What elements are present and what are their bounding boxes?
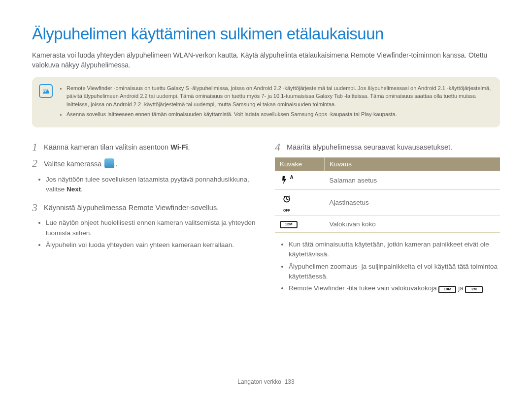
th-icon: Kuvake xyxy=(275,157,325,171)
step-number: 4 xyxy=(275,141,283,153)
footer-page: 133 xyxy=(285,378,295,385)
step4-bullets: Kun tätä ominaisuutta käytetään, jotkin … xyxy=(275,240,500,293)
left-column: 1 Käännä kameran tilan valitsin asentoon… xyxy=(32,141,257,301)
note-item-2: Asenna sovellus laitteeseen ennen tämän … xyxy=(66,110,491,119)
page-title: Älypuhelimen käyttäminen sulkimen etälau… xyxy=(32,25,500,43)
photo-size-icon: 12M xyxy=(280,221,298,228)
footer: Langaton verkko 133 xyxy=(0,378,532,385)
next-label: Next xyxy=(66,185,81,193)
step3-text: Käynnistä älypuhelimessa Remote Viewfind… xyxy=(44,202,257,214)
th-desc: Kuvaus xyxy=(325,157,500,171)
step-3: 3 Käynnistä älypuhelimessa Remote Viewfi… xyxy=(32,202,257,214)
step-number: 3 xyxy=(32,202,40,214)
step1-post: . xyxy=(188,143,190,151)
table-row: A Salaman asetus xyxy=(275,171,500,190)
timer-icon: OFF xyxy=(280,194,294,205)
wifi-label: Wi-Fi xyxy=(170,143,188,151)
step3-bullet-1: Lue näytön ohjeet huolellisesti ennen ka… xyxy=(46,218,257,238)
right-column: 4 Määritä älypuhelimessa seuraavat kuvau… xyxy=(275,141,500,301)
note-icon xyxy=(39,84,53,98)
size-badge-2m: 2M xyxy=(465,286,483,293)
footer-section: Langaton verkko xyxy=(237,378,281,385)
step-number: 2 xyxy=(32,157,40,170)
step3-bullets: Lue näytön ohjeet huolellisesti ennen ka… xyxy=(32,218,257,250)
row-desc: Ajastinasetus xyxy=(325,190,500,216)
step2-bullet-1: Jos näyttöön tulee sovelluksen lataamist… xyxy=(46,175,257,195)
step4-bullet-3: Remote Viewfinder -tila tukee vain valok… xyxy=(289,283,500,293)
note-text: Remote Viewfinder -ominaisuus on tuettu … xyxy=(60,84,491,121)
intro-text: Kamerasta voi luoda yhteyden älypuhelime… xyxy=(32,50,500,70)
step4-text: Määritä älypuhelimessa seuraavat kuvausa… xyxy=(287,141,500,153)
note-box: Remote Viewfinder -ominaisuus on tuettu … xyxy=(32,77,500,127)
step2-post: . xyxy=(115,160,117,168)
step1-pre: Käännä kameran tilan valitsin asentoon xyxy=(44,143,170,151)
step-2: 2 Valitse kamerassa . xyxy=(32,157,257,170)
remote-viewfinder-app-icon xyxy=(104,158,114,168)
step2-pre: Valitse kamerassa xyxy=(44,160,103,168)
step4-bullet-2: Älypuhelimen zoomaus- ja suljinpainikkei… xyxy=(289,262,500,282)
size-badge-10m: 10M xyxy=(438,286,456,293)
step2-bullets: Jos näyttöön tulee sovelluksen lataamist… xyxy=(32,175,257,195)
step-4: 4 Määritä älypuhelimessa seuraavat kuvau… xyxy=(275,141,500,153)
table-row: 12M Valokuvan koko xyxy=(275,216,500,233)
table-row: OFF Ajastinasetus xyxy=(275,190,500,216)
row-desc: Valokuvan koko xyxy=(325,216,500,233)
row-desc: Salaman asetus xyxy=(325,171,500,190)
step4-bullet-1: Kun tätä ominaisuutta käytetään, jotkin … xyxy=(289,240,500,260)
flash-icon: A xyxy=(280,175,294,185)
settings-table: Kuvake Kuvaus A Salaman asetus OFF Ajast… xyxy=(275,157,500,233)
note-item-1: Remote Viewfinder -ominaisuus on tuettu … xyxy=(66,84,491,109)
step-number: 1 xyxy=(32,141,40,153)
step-1: 1 Käännä kameran tilan valitsin asentoon… xyxy=(32,141,257,153)
step3-bullet-2: Älypuhelin voi luoda yhteyden vain yhtee… xyxy=(46,240,257,250)
